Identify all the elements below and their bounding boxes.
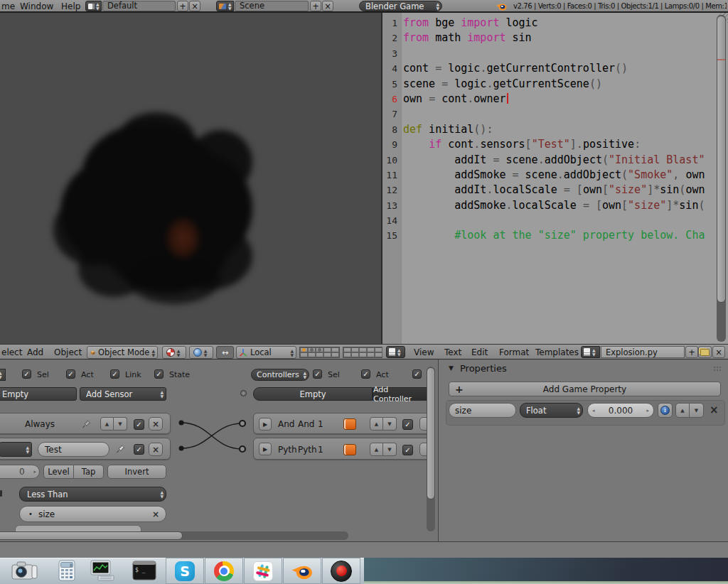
code-line[interactable]: cont = logic.getCurrentController() <box>403 61 717 76</box>
increment-arrow-icon[interactable]: ▸ <box>646 408 649 413</box>
scene-add-button[interactable]: + <box>310 1 321 11</box>
property-delete-icon[interactable]: × <box>710 404 719 416</box>
code-line[interactable] <box>403 107 717 121</box>
text-datablock-dropdown[interactable]: ▲▼ <box>581 346 600 358</box>
text-new-button[interactable]: + <box>685 346 698 358</box>
layer-button[interactable] <box>323 347 331 352</box>
menu-templates[interactable]: Templates <box>535 347 579 357</box>
code-line[interactable]: addSmoke.localScale = [own["size"]*sin( <box>403 198 717 213</box>
viewport-shading-dropdown[interactable]: ▲▼ <box>162 346 186 359</box>
sensor-move-up-button[interactable]: ▲ <box>100 417 114 431</box>
property-move-down-button[interactable]: ▼ <box>690 403 704 418</box>
mode-dropdown[interactable]: Object Mode ▲▼ <box>87 346 158 359</box>
sensor-test-brick[interactable]: ▲▼ Test ✓ × <box>0 438 171 460</box>
code-line[interactable]: #look at the "size" property below. Cha <box>403 228 717 243</box>
text-name-field[interactable]: Explosion.py <box>601 346 685 358</box>
render-engine-dropdown[interactable]: Blender Game ▲▼ <box>359 1 442 11</box>
scene-name-field[interactable]: Scene <box>235 1 309 11</box>
sensor-delete-button[interactable]: × <box>149 417 163 431</box>
code-line[interactable]: own = cont.owner <box>403 92 717 107</box>
layer-button[interactable] <box>367 347 375 352</box>
terminal-icon[interactable]: $ _ <box>132 561 156 580</box>
code-line[interactable]: def initial(): <box>403 122 717 137</box>
code-line[interactable]: addIt = scene.addObject("Initial Blast" <box>403 153 717 168</box>
tap-toggle-button[interactable]: Tap <box>74 465 104 479</box>
controllers-link-checkbox[interactable]: ✓ <box>412 369 422 379</box>
layer-button[interactable] <box>343 352 351 357</box>
layer-button[interactable] <box>367 352 375 357</box>
sensor-type-dropdown[interactable]: ▲▼ <box>0 442 32 457</box>
system-monitor-icon[interactable] <box>90 560 115 581</box>
text-unlink-button[interactable]: × <box>712 346 725 358</box>
text-scrollbar[interactable] <box>717 15 726 342</box>
controller-python-brick[interactable]: ▶ Pyth Pyth 1 ▲ ▼ ✓ <box>253 438 431 460</box>
code-line[interactable]: scene = logic.getCurrentScene() <box>403 77 717 92</box>
taskbar-tile-chrome[interactable] <box>205 558 243 584</box>
3d-viewport[interactable] <box>0 13 382 344</box>
layer-button[interactable] <box>316 352 323 357</box>
layer-button[interactable] <box>300 352 308 357</box>
controllers-act-checkbox[interactable]: ✓ <box>361 369 370 379</box>
taskbar-tile-slack[interactable] <box>244 558 282 584</box>
transform-orientation-dropdown[interactable]: Local ▲▼ <box>236 346 296 359</box>
sensor-property-field[interactable]: • size × <box>19 506 166 522</box>
sensor-output-socket[interactable] <box>179 421 184 426</box>
screen-add-button[interactable]: + <box>177 1 188 11</box>
menu-format[interactable]: Format <box>499 347 529 357</box>
layer-button[interactable] <box>331 352 339 357</box>
pivot-point-dropdown[interactable]: ▲▼ <box>189 346 213 359</box>
sensor-output-socket[interactable] <box>179 446 184 451</box>
logic-hscrollbar[interactable] <box>0 531 348 540</box>
controller-active-checkbox[interactable]: ✓ <box>402 445 413 455</box>
controllers-filter-dropdown[interactable]: Controllers ▲▼ <box>251 369 309 381</box>
increment-arrow-icon[interactable]: ▸ <box>33 469 36 475</box>
property-type-dropdown[interactable]: Float ▲▼ <box>520 403 583 418</box>
editor-type-dropdown[interactable]: ▲▼ <box>386 346 405 358</box>
layer-button[interactable] <box>359 352 367 357</box>
scene-delete-button[interactable]: × <box>322 1 333 11</box>
evaluation-type-dropdown[interactable]: Less Than ▲▼ <box>19 487 166 502</box>
sensors-filter-stepper-fragment[interactable]: ▲▼ <box>0 369 6 381</box>
code-line[interactable]: addIt.localScale = [own["size"]*sin(own <box>403 183 717 198</box>
layer-button[interactable] <box>375 347 382 352</box>
controller-object-name-bar[interactable]: Empty <box>253 387 373 401</box>
layer-button[interactable] <box>351 347 359 352</box>
layer-button[interactable] <box>308 347 316 352</box>
property-name-field[interactable]: size <box>449 403 516 418</box>
controller-input-socket[interactable] <box>240 446 245 452</box>
code-line[interactable] <box>403 213 717 228</box>
controller-move-down-button[interactable]: ▼ <box>383 417 397 431</box>
sensor-delete-button[interactable]: × <box>149 443 163 456</box>
level-toggle-button[interactable]: Level <box>43 465 74 479</box>
pin-icon[interactable] <box>82 419 91 429</box>
controller-move-up-button[interactable]: ▲ <box>370 417 383 431</box>
sensor-move-down-button[interactable]: ▼ <box>114 417 127 431</box>
calculator-icon[interactable]: 8 <box>58 560 75 581</box>
taskbar-tile-blender[interactable] <box>283 558 321 584</box>
layer-button[interactable] <box>331 347 339 352</box>
code-line[interactable]: from bge import logic <box>403 16 717 31</box>
menu-help[interactable]: Help <box>61 1 80 11</box>
screen-name-field[interactable]: Default <box>102 1 176 11</box>
layer-button[interactable] <box>300 347 308 352</box>
add-game-property-button[interactable]: + Add Game Property <box>449 382 721 396</box>
property-info-toggle-button[interactable]: i <box>658 403 673 418</box>
menu-text[interactable]: Text <box>444 347 461 357</box>
frequency-field[interactable]: 0 ▸ <box>0 465 40 479</box>
controller-and-brick[interactable]: ▶ And And 1 ▲ ▼ ✓ <box>253 413 431 434</box>
decrement-arrow-icon[interactable]: ◂ <box>592 408 595 413</box>
menu-edit[interactable]: Edit <box>471 347 488 357</box>
sensor-name-field[interactable]: Test <box>38 442 109 457</box>
layer-button[interactable] <box>308 352 316 357</box>
code-line[interactable]: from math import sin <box>403 31 717 45</box>
sensor-object-name-bar[interactable]: Empty <box>0 387 77 401</box>
menu-game-partial[interactable]: me <box>1 1 15 11</box>
invert-toggle-button[interactable]: Invert <box>107 465 166 479</box>
screen-layout-icon-button[interactable]: ▲▼ <box>85 1 102 11</box>
sensor-active-checkbox[interactable]: ✓ <box>134 444 144 455</box>
panel-drag-dots-icon[interactable] <box>714 367 722 372</box>
panel-collapse-triangle-icon[interactable]: ▼ <box>449 364 454 372</box>
layer-button[interactable] <box>316 347 323 352</box>
screen-delete-button[interactable]: × <box>189 1 200 11</box>
sensors-act-checkbox[interactable]: ✓ <box>66 369 75 379</box>
